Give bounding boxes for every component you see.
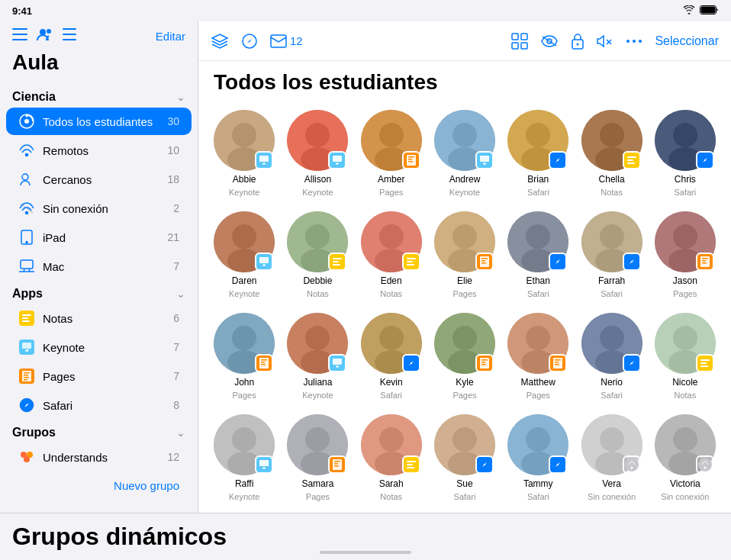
todos-icon [18, 113, 35, 130]
select-button[interactable]: Seleccionar [655, 34, 719, 48]
student-name: Ethan [527, 275, 550, 286]
compass-icon[interactable] [241, 33, 258, 50]
mac-label: Mac [43, 260, 166, 273]
student-card-john[interactable]: John Pages [214, 313, 275, 402]
svg-rect-136 [702, 258, 708, 259]
app-badge [696, 455, 714, 474]
svg-rect-7 [63, 28, 76, 30]
student-card-chella[interactable]: Chella Notas [581, 110, 642, 199]
chevron-apps-icon: ⌄ [176, 288, 185, 300]
student-card-vera[interactable]: Vera Sin conexión [581, 414, 642, 504]
svg-rect-137 [702, 260, 706, 262]
student-card-andrew[interactable]: Andrew Keynote [434, 110, 495, 199]
sidebar-item-safari[interactable]: Safari 8 [6, 391, 192, 419]
svg-point-17 [26, 242, 27, 243]
avatar-wrapper [434, 211, 495, 272]
svg-rect-119 [481, 260, 485, 262]
student-card-abbie[interactable]: Abbie Keynote [214, 110, 275, 199]
student-card-nerio[interactable]: Nerio Safari [581, 313, 642, 402]
avatar-wrapper [655, 414, 716, 475]
student-card-kevin[interactable]: Kevin Safari [361, 313, 422, 402]
section-ciencia-label: Ciencia [12, 90, 56, 104]
sidebar-item-pages[interactable]: Pages 7 [6, 362, 192, 390]
svg-rect-68 [408, 159, 412, 160]
student-card-daren[interactable]: Daren Keynote [214, 211, 275, 301]
svg-rect-104 [333, 261, 339, 262]
student-card-chris[interactable]: Chris Safari [655, 110, 716, 199]
sidebar-item-mac[interactable]: Mac 7 [6, 253, 192, 280]
grid-icon[interactable] [511, 33, 528, 50]
svg-rect-43 [521, 43, 527, 49]
student-card-sue[interactable]: Sue Safari [434, 414, 495, 504]
main-panel: 12 [198, 21, 731, 513]
student-card-tammy[interactable]: Tammy Safari [507, 414, 568, 504]
edit-button[interactable]: Editar [156, 30, 185, 43]
student-card-ethan[interactable]: Ethan Safari [507, 211, 568, 301]
list-icon[interactable] [63, 28, 76, 43]
section-ciencia-header[interactable]: Ciencia ⌄ [0, 84, 198, 107]
app-badge [328, 253, 346, 271]
students-grid: Abbie Keynote Allison Keynote [198, 101, 731, 513]
student-card-kyle[interactable]: Kyle Pages [434, 313, 495, 402]
mute-icon[interactable] [597, 33, 613, 50]
sidebar-item-remotos[interactable]: Remotos 10 [6, 137, 192, 164]
svg-point-51 [232, 123, 256, 147]
student-card-amber[interactable]: Amber Pages [361, 110, 422, 199]
student-card-jason[interactable]: Jason Pages [655, 211, 716, 301]
svg-point-15 [26, 212, 28, 214]
student-name: Jason [673, 275, 697, 286]
layers-icon[interactable] [211, 34, 229, 49]
student-name: Nicole [672, 377, 697, 388]
svg-rect-74 [480, 156, 489, 162]
eye-off-icon[interactable] [540, 34, 559, 48]
student-card-victoria[interactable]: Victoria Sin conexión [655, 414, 716, 504]
student-card-sarah[interactable]: Sarah Notas [361, 414, 422, 504]
sidebar-item-cercanos[interactable]: Cercanos 18 [6, 166, 192, 193]
student-card-samara[interactable]: Samara Pages [287, 414, 348, 504]
student-card-matthew[interactable]: Matthew Pages [507, 313, 568, 402]
svg-point-223 [673, 427, 697, 452]
student-card-nicole[interactable]: Nicole Notas [655, 313, 716, 402]
sidebar-item-ipad[interactable]: iPad 21 [6, 224, 192, 251]
svg-rect-98 [262, 265, 266, 266]
app-badge [402, 151, 420, 169]
avatar-wrapper [507, 414, 568, 475]
battery-icon [700, 5, 719, 17]
svg-rect-173 [555, 364, 559, 365]
sidebar-item-sinconexion[interactable]: Sin conexión 2 [6, 195, 192, 222]
wifi-icon [683, 5, 695, 17]
svg-rect-152 [336, 366, 339, 368]
svg-rect-205 [407, 464, 413, 465]
sidebar-item-notas[interactable]: Notas 6 [6, 304, 192, 332]
student-app: Pages [527, 391, 550, 400]
toolbar-left: 12 [211, 33, 499, 50]
svg-point-100 [305, 224, 330, 249]
sidebar-item-keynote[interactable]: Keynote 7 [6, 333, 192, 361]
sidebar-toggle-icon[interactable] [12, 28, 27, 43]
sidebar-item-understands[interactable]: Understands 12 [6, 443, 192, 471]
lock-icon[interactable] [571, 33, 584, 50]
mail-count: 12 [290, 34, 303, 47]
student-name: Sue [456, 478, 472, 489]
student-card-brian[interactable]: Brian Safari [507, 110, 568, 199]
sidebar-item-todos[interactable]: Todos los estudiantes 30 [6, 108, 192, 135]
more-icon[interactable] [626, 39, 642, 43]
section-grupos-header[interactable]: Grupos ⌄ [0, 420, 198, 443]
student-card-raffi[interactable]: Raffi Keynote [214, 414, 275, 504]
avatar-wrapper [581, 414, 642, 475]
student-card-debbie[interactable]: Debbie Notas [287, 211, 348, 301]
student-card-juliana[interactable]: Juliana Keynote [287, 313, 348, 402]
time: 9:41 [12, 5, 32, 17]
svg-rect-151 [333, 359, 342, 365]
mail-badge[interactable]: 12 [270, 34, 303, 48]
new-group-button[interactable]: Nuevo grupo [6, 475, 192, 497]
ipad-icon [18, 229, 35, 246]
section-apps-header[interactable]: Apps ⌄ [0, 281, 198, 304]
student-card-elie[interactable]: Elie Pages [434, 211, 495, 301]
student-card-farrah[interactable]: Farrah Safari [581, 211, 642, 301]
people-icon[interactable] [37, 27, 53, 44]
student-card-eden[interactable]: Eden Notas [361, 211, 422, 301]
avatar-wrapper [214, 414, 275, 475]
svg-rect-118 [481, 258, 488, 259]
student-card-allison[interactable]: Allison Keynote [287, 110, 348, 199]
